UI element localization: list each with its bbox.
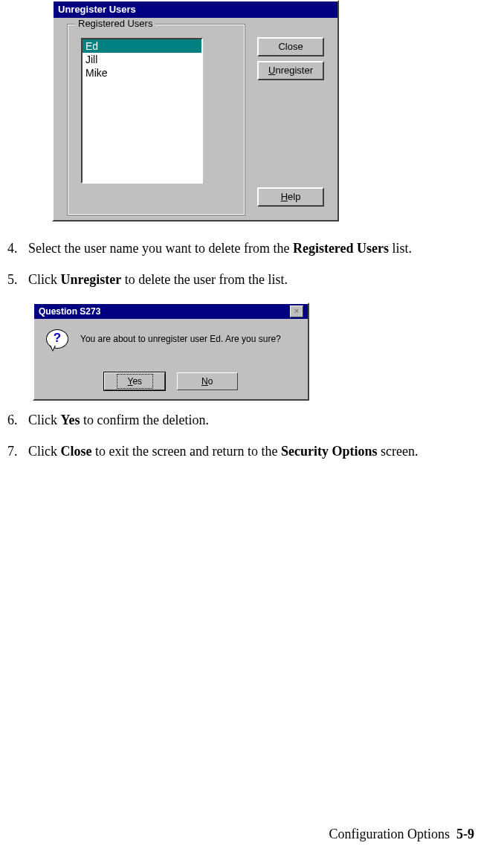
page-footer: Configuration Options 5-9 (329, 827, 475, 842)
step-4: 4. Select the user name you want to dele… (7, 239, 453, 257)
section-name: Configuration Options (329, 827, 450, 841)
close-button[interactable]: Close (257, 37, 324, 56)
step-7: 7. Click Close to exit the screen and re… (7, 442, 453, 460)
group-label: Registered Users (75, 18, 155, 29)
step-number: 4. (7, 239, 28, 257)
unregister-button[interactable]: Unregister (257, 61, 324, 80)
step-text: Click Close to exit the screen and retur… (28, 442, 453, 460)
question-dialog: Question S273 × ? You are about to unreg… (33, 303, 309, 401)
step-number: 5. (7, 271, 28, 288)
step-number: 7. (7, 442, 28, 460)
step-6: 6. Click Yes to confirm the deletion. (7, 411, 453, 429)
help-button[interactable]: Help (257, 187, 324, 207)
step-text: Click Unregister to delete the user from… (28, 271, 453, 288)
list-item[interactable]: Ed (83, 39, 201, 53)
list-item[interactable]: Jill (83, 53, 201, 66)
step-5: 5. Click Unregister to delete the user f… (7, 271, 453, 288)
question-icon: ? (46, 329, 70, 353)
dialog-title: Unregister Users (54, 1, 337, 18)
list-item[interactable]: Mike (83, 66, 201, 80)
dialog-title: Question S273 (39, 304, 100, 319)
page-number: 5-9 (456, 827, 474, 841)
dialog-message: You are about to unregister user Ed. Are… (80, 334, 281, 344)
step-text: Select the user name you want to delete … (28, 239, 453, 257)
registered-users-group: Registered Users Ed Jill Mike (67, 24, 245, 216)
no-button[interactable]: No (177, 372, 238, 390)
instruction-list: 4. Select the user name you want to dele… (7, 239, 453, 473)
close-icon[interactable]: × (290, 306, 303, 317)
unregister-users-dialog: Unregister Users Registered Users Ed Jil… (52, 0, 339, 222)
registered-users-listbox[interactable]: Ed Jill Mike (81, 38, 203, 184)
step-text: Click Yes to confirm the deletion. (28, 411, 453, 429)
yes-button[interactable]: Yes (104, 372, 165, 390)
step-number: 6. (7, 411, 28, 429)
